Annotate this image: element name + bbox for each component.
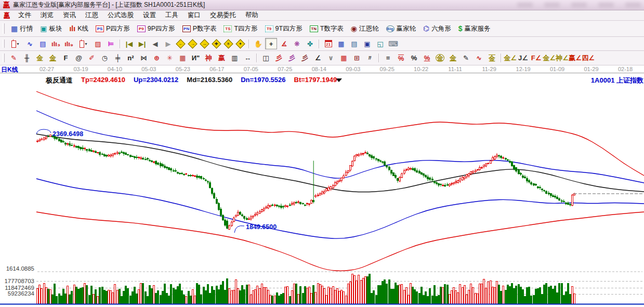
gold-gate-1-button[interactable]: 金 xyxy=(34,52,46,64)
gann-ruler-button[interactable]: ╫ xyxy=(21,52,33,64)
knot-tool-button[interactable]: ❋ xyxy=(291,38,303,49)
v-lines-button[interactable]: ∨ xyxy=(325,52,337,64)
nav-center-button[interactable]: ✦ xyxy=(235,38,246,49)
menu-2[interactable]: 资讯 xyxy=(58,11,81,20)
kline-button[interactable]: ılıK线 xyxy=(65,23,92,35)
square-grid-button[interactable]: ▦ xyxy=(177,52,189,64)
menu-8[interactable]: 交易委托 xyxy=(205,11,241,20)
p-number-table-button[interactable]: PNP数字表 xyxy=(179,23,220,35)
percent-level-button[interactable]: % xyxy=(421,52,433,64)
f-angle-button[interactable]: F∠ xyxy=(530,52,542,64)
gold-circle-button[interactable]: 金 xyxy=(434,52,446,64)
first-page-button[interactable]: |◀ xyxy=(123,38,135,49)
shen-grid-button[interactable]: 神 xyxy=(203,52,215,64)
t-square-button[interactable]: TST四方形 xyxy=(220,23,261,35)
price-grid-button[interactable]: ▦ xyxy=(338,52,350,64)
shen-angle-button[interactable]: 神∠ xyxy=(556,52,568,64)
j-angle-button[interactable]: J∠ xyxy=(517,52,529,64)
p9-square-button[interactable]: P99P四方形 xyxy=(134,23,179,35)
nav-right-button[interactable]: → xyxy=(187,38,198,49)
toolbar-tools: ▾∿▤ılı₃ılı₉▾▨⊨|◀▶|◀▶←→↔✚✳✦✋+∡❋✤21▦▤▣◱⌨ xyxy=(0,37,644,51)
gann-compass-button[interactable]: ⊕ xyxy=(151,52,163,64)
span-arrows-button[interactable]: ↔ xyxy=(242,52,254,64)
ying-angle-button[interactable]: 赢∠ xyxy=(569,52,581,64)
f-ruler-button[interactable]: F xyxy=(60,52,72,64)
ying-grid-button[interactable]: 赢 xyxy=(216,52,228,64)
menu-4[interactable]: 公式选股 xyxy=(103,11,138,20)
candle-style-dropdown-button[interactable]: ▾ xyxy=(76,38,91,49)
box-tool-button[interactable]: ◫ xyxy=(260,52,272,64)
trend-wave-button[interactable]: ∿ xyxy=(24,38,36,49)
gold-channel-button[interactable]: 金 xyxy=(486,52,498,64)
calendar-button[interactable]: 21 xyxy=(322,38,334,49)
gold-gate-2-button[interactable]: 金 xyxy=(47,52,59,64)
menu-5[interactable]: 设置 xyxy=(138,11,161,20)
fan-grid-button[interactable]: 彡 xyxy=(299,52,311,64)
info-doc-button[interactable]: ▤ xyxy=(37,38,49,49)
percent-button[interactable]: % xyxy=(408,52,420,64)
slant-lines-button[interactable]: 〃 xyxy=(364,52,376,64)
nav-expand-button[interactable]: ✳ xyxy=(223,38,234,49)
page-next-button[interactable]: ▶ xyxy=(162,38,174,49)
date-tick: 04-10 xyxy=(108,66,122,72)
leaf-tool-button[interactable]: ✤ xyxy=(304,38,316,49)
winner-service-button[interactable]: $赢家服务 xyxy=(455,23,494,35)
nav-both-button[interactable]: ↔ xyxy=(199,38,210,49)
n-squared-button[interactable]: n² xyxy=(125,52,137,64)
ruler-123-button[interactable]: ▥ xyxy=(229,52,241,64)
menu-7[interactable]: 窗口 xyxy=(183,11,205,20)
price-scale-button[interactable]: ≡ xyxy=(382,52,394,64)
marker-pen-button[interactable]: ✎ xyxy=(460,52,472,64)
snapshot-button[interactable]: ◱ xyxy=(374,38,386,49)
t-number-table-button[interactable]: TNT数字表 xyxy=(306,23,347,35)
nav-left-button[interactable]: ← xyxy=(175,38,186,49)
gold-angle-2-button[interactable]: 金∠ xyxy=(543,52,555,64)
volume-profile-button[interactable]: ⊨ xyxy=(105,38,117,49)
kline-chart-canvas[interactable]: 2369.64981849.6500 xyxy=(0,73,644,307)
bars-9-button[interactable]: ılı₉ xyxy=(63,38,75,49)
angle-mirror-button[interactable]: ⋈ xyxy=(138,52,150,64)
period-dropdown-button[interactable]: ▾ xyxy=(8,38,23,49)
menu-1[interactable]: 浏览 xyxy=(36,11,58,20)
t9-square-button[interactable]: T99T四方形 xyxy=(261,23,306,35)
spiral-button[interactable]: @ xyxy=(73,52,85,64)
winner-wheel-button[interactable]: Big赢家轮 xyxy=(383,23,420,35)
wave-tool-button[interactable]: ∿ xyxy=(473,52,485,64)
save-button[interactable]: ▣ xyxy=(361,38,373,49)
si-angle-button[interactable]: 四∠ xyxy=(582,52,594,64)
calculator-button[interactable]: ▦ xyxy=(335,38,347,49)
fan-box-button[interactable]: 彡 xyxy=(286,52,298,64)
star-grid-button[interactable]: ✳ xyxy=(164,52,176,64)
price-grid-2-button[interactable]: ⊞ xyxy=(351,52,363,64)
pen-ruler-button[interactable]: ✐ xyxy=(86,52,98,64)
bars-3-button[interactable]: ılı₃ xyxy=(50,38,62,49)
quotes-button[interactable]: ▦行情 xyxy=(7,23,36,35)
p-square-button[interactable]: PSP四方形 xyxy=(92,23,134,35)
menu-0[interactable]: 文件 xyxy=(14,11,36,20)
last-page-button[interactable]: ▶| xyxy=(136,38,148,49)
menu-9[interactable]: 帮助 xyxy=(241,11,263,20)
angle-measure-button[interactable]: ∡ xyxy=(278,38,290,49)
gann-wheel-button[interactable]: ◉江恩轮 xyxy=(347,23,383,35)
time-cycle-button[interactable]: ◷ xyxy=(99,52,111,64)
menu-6[interactable]: 工具 xyxy=(161,11,183,20)
brush-button[interactable]: ✎ xyxy=(8,52,20,64)
angle-lines-button[interactable]: ∠ xyxy=(312,52,324,64)
nav-both-icon: ↔ xyxy=(200,39,209,48)
sectors-button[interactable]: ▣板块 xyxy=(36,23,65,35)
menu-3[interactable]: 江恩 xyxy=(81,11,103,20)
tick-ruler-button[interactable]: ╪ xyxy=(112,52,124,64)
crosshair-button[interactable]: + xyxy=(265,38,277,49)
gold-angle-1-button[interactable]: 金∠ xyxy=(504,52,516,64)
pan-hand-button[interactable]: ✋ xyxy=(252,38,264,49)
quote-tool-button[interactable]: И" xyxy=(190,52,202,64)
pattern-chart-button[interactable]: ▨ xyxy=(92,38,104,49)
page-prev-button[interactable]: ◀ xyxy=(149,38,161,49)
hexagon-button[interactable]: ⌬六角形 xyxy=(419,23,455,35)
nav-compress-button[interactable]: ✚ xyxy=(211,38,222,49)
percent-line-button[interactable]: % xyxy=(395,52,407,64)
remote-pc-button[interactable]: ⌨ xyxy=(387,38,399,49)
notes-button[interactable]: ▤ xyxy=(348,38,360,49)
gold-level-button[interactable]: 金 xyxy=(447,52,459,64)
fan-lines-button[interactable]: 彡 xyxy=(273,52,285,64)
